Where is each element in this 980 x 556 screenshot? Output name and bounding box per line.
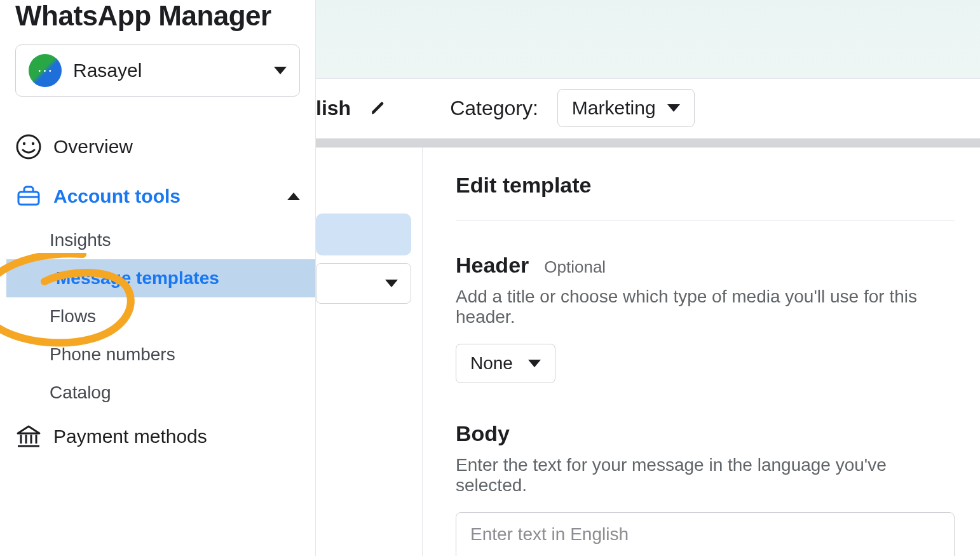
divider-bar [316, 139, 980, 147]
bank-icon [15, 423, 42, 450]
body-textarea[interactable] [456, 512, 955, 556]
nav-insights-label: Insights [50, 230, 111, 250]
nav-overview[interactable]: Overview [0, 122, 315, 172]
svg-point-1 [23, 142, 25, 145]
body-section-head: Body [456, 421, 955, 446]
header-section-head: Header Optional [456, 253, 955, 278]
body-label: Body [456, 421, 510, 446]
header-type-value: None [470, 353, 513, 374]
nav-message-templates-label: Message templates [56, 268, 219, 288]
nav-account-tools[interactable]: Account tools [0, 172, 315, 221]
category-label: Category: [450, 97, 538, 120]
header-label: Header [456, 253, 529, 278]
template-meta-row: lish Category: Marketing [316, 89, 695, 127]
nav-payment-methods-label: Payment methods [53, 426, 207, 447]
nav-message-templates[interactable]: Message templates [6, 259, 315, 297]
chevron-up-icon [287, 193, 300, 200]
svg-rect-3 [18, 192, 39, 205]
nav-insights[interactable]: Insights [0, 221, 315, 259]
category-select[interactable]: Marketing [557, 89, 695, 127]
gauge-icon [15, 133, 42, 160]
body-description: Enter the text for your message in the l… [456, 455, 955, 496]
nav-catalog-label: Catalog [50, 383, 111, 403]
account-selector[interactable]: Rasayel [15, 44, 300, 97]
template-editor: Edit template Header Optional Add a titl… [430, 147, 980, 556]
chevron-down-icon [667, 104, 680, 112]
selected-language-pill[interactable] [316, 214, 411, 255]
template-side-panel [316, 147, 423, 556]
language-label-fragment: lish [316, 97, 351, 120]
nav-overview-label: Overview [53, 136, 133, 158]
sidebar: WhatsApp Manager Rasayel Overview Accoun… [0, 0, 316, 556]
nav-flows[interactable]: Flows [0, 297, 315, 336]
category-value: Marketing [572, 97, 656, 119]
nav-phone-numbers[interactable]: Phone numbers [0, 336, 315, 374]
app-title: WhatsApp Manager [0, 0, 315, 44]
svg-point-0 [17, 135, 40, 158]
main-area: lish Category: Marketing Edit template H… [316, 0, 980, 556]
header-type-select[interactable]: None [456, 344, 555, 383]
header-optional-badge: Optional [544, 257, 606, 277]
top-banner [316, 0, 980, 79]
chevron-down-icon [385, 280, 398, 287]
nav-flows-label: Flows [50, 306, 96, 327]
editor-title: Edit template [456, 173, 955, 221]
nav-phone-numbers-label: Phone numbers [50, 344, 175, 365]
nav-payment-methods[interactable]: Payment methods [0, 412, 315, 461]
account-name: Rasayel [73, 60, 262, 81]
nav-account-tools-label: Account tools [53, 186, 180, 207]
chevron-down-icon [274, 67, 287, 74]
svg-point-2 [32, 142, 34, 145]
account-tools-subnav: Insights Message templates Flows Phone n… [0, 221, 315, 412]
account-avatar-icon [29, 54, 62, 87]
chevron-down-icon [528, 360, 541, 367]
nav-catalog[interactable]: Catalog [0, 374, 315, 412]
header-description: Add a title or choose which type of medi… [456, 287, 955, 327]
toolbox-icon [15, 183, 42, 210]
language-add-dropdown[interactable] [316, 263, 411, 304]
pencil-icon[interactable] [370, 100, 386, 116]
